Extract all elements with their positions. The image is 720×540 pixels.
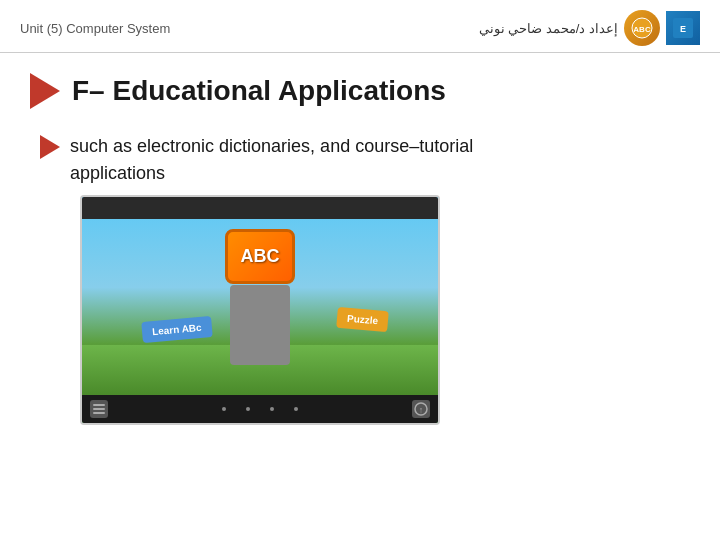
- arabic-credit: إعداد د/محمد ضاحي نوني: [479, 21, 618, 36]
- bullet-text2: applications: [70, 163, 165, 183]
- main-content: F– Educational Applications such as elec…: [0, 53, 720, 441]
- triangle-large-icon: [30, 73, 60, 109]
- svg-rect-5: [93, 408, 105, 410]
- sign-puzzle: Puzzle: [336, 307, 389, 332]
- app-bottom-bar: ↑: [82, 395, 438, 423]
- nav-recent: [270, 407, 274, 411]
- share-icon: ↑: [412, 400, 430, 418]
- triangle-small-icon: [40, 135, 60, 159]
- nav-back: [222, 407, 226, 411]
- section-title: F– Educational Applications: [72, 75, 446, 107]
- unit-title: Unit (5) Computer System: [20, 21, 170, 36]
- logo-square: E: [666, 11, 700, 45]
- bottom-nav: [222, 407, 298, 411]
- bullet-text: such as electronic dictionaries, and cou…: [70, 136, 473, 156]
- svg-rect-4: [93, 404, 105, 406]
- svg-text:ABC: ABC: [633, 25, 651, 34]
- logo-area: إعداد د/محمد ضاحي نوني ABC E: [479, 10, 700, 46]
- bullet-row: such as electronic dictionaries, and cou…: [40, 133, 690, 187]
- menu-icon: [90, 400, 108, 418]
- svg-rect-6: [93, 412, 105, 414]
- svg-text:E: E: [680, 24, 686, 34]
- bullet-content: such as electronic dictionaries, and cou…: [70, 133, 473, 187]
- app-screen: ABC Learn ABc Puzzle Correct Image Quiz: [82, 197, 438, 423]
- nav-extra: [294, 407, 298, 411]
- app-logo: ABC: [225, 229, 295, 284]
- logo-circle: ABC: [624, 10, 660, 46]
- sign-learn: Learn ABc: [141, 316, 212, 343]
- nav-home: [246, 407, 250, 411]
- svg-text:↑: ↑: [419, 405, 424, 415]
- road: [230, 285, 290, 365]
- app-screenshot-container: ABC Learn ABc Puzzle Correct Image Quiz: [80, 195, 440, 425]
- page-header: Unit (5) Computer System إعداد د/محمد ضا…: [0, 0, 720, 53]
- app-status-bar: [82, 197, 438, 219]
- section-title-row: F– Educational Applications: [30, 73, 690, 109]
- app-content-area: ABC Learn ABc Puzzle Correct Image Quiz: [82, 219, 438, 395]
